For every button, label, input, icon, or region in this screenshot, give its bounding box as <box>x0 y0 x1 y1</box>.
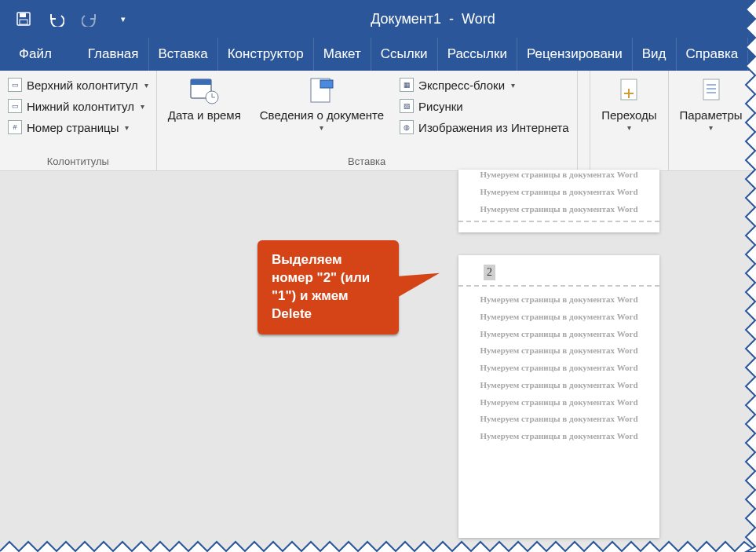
ribbon-tabs: Файл Главная Вставка Конструктор Макет С… <box>0 38 756 71</box>
ribbon: ▭ Верхний колонтитул▾ ▭ Нижний колонтиту… <box>0 71 756 171</box>
svg-rect-4 <box>191 79 211 85</box>
tab-insert[interactable]: Вставка <box>149 38 218 71</box>
chevron-down-icon: ▾ <box>627 123 631 132</box>
quick-parts-button[interactable]: ▦ Экспресс-блоки▾ <box>396 75 572 94</box>
doc-info-button[interactable]: Сведения о документе ▾ <box>254 72 390 132</box>
content-line: Нумеруем страницы в документах Word <box>458 326 659 343</box>
tab-file[interactable]: Файл <box>3 38 68 71</box>
redo-icon[interactable] <box>82 11 97 27</box>
footer-icon: ▭ <box>8 99 22 113</box>
chevron-down-icon: ▾ <box>511 81 515 90</box>
content-line: Нумеруем страницы в документах Word <box>458 360 659 377</box>
tab-layout[interactable]: Макет <box>314 38 371 71</box>
svg-rect-1 <box>20 13 26 17</box>
tab-mailings[interactable]: Рассылки <box>438 38 517 71</box>
online-pictures-button[interactable]: ◍ Изображения из Интернета <box>396 118 572 137</box>
ribbon-group-options: Параметры ▾ <box>669 71 754 170</box>
options-icon <box>696 75 727 105</box>
tab-view[interactable]: Вид <box>633 38 677 71</box>
undo-icon[interactable] <box>49 11 64 27</box>
pictures-button[interactable]: ▧ Рисунки <box>396 97 572 115</box>
tab-review[interactable]: Рецензировани <box>517 38 633 71</box>
content-line: Нумеруем страницы в документах Word <box>458 309 659 326</box>
svg-rect-2 <box>20 20 27 24</box>
content-line: Нумеруем страницы в документах Word <box>458 428 659 445</box>
torn-edge-bottom <box>0 540 756 552</box>
chevron-down-icon: ▾ <box>141 102 144 111</box>
content-line: Нумеруем страницы в документах Word <box>458 342 659 360</box>
document-info-icon <box>306 75 338 105</box>
transitions-icon <box>613 75 645 105</box>
tab-references[interactable]: Ссылки <box>371 38 438 71</box>
options-button[interactable]: Параметры ▾ <box>674 72 749 132</box>
footer-button[interactable]: ▭ Нижний колонтитул▾ <box>5 97 152 115</box>
app-name: Word <box>462 11 495 27</box>
tab-home[interactable]: Главная <box>79 38 149 71</box>
title-bar: ▾ Документ1 - Word <box>0 0 756 38</box>
doc-name: Документ1 <box>371 11 441 27</box>
content-line: Нумеруем страницы в документах Word <box>458 377 659 394</box>
torn-edge-right <box>744 0 756 552</box>
page-number-icon: # <box>8 120 22 134</box>
quick-access-toolbar: ▾ <box>16 11 126 27</box>
quick-parts-icon: ▦ <box>400 78 414 92</box>
page-number-button[interactable]: # Номер страницы▾ <box>5 118 152 137</box>
chevron-down-icon: ▾ <box>320 123 323 132</box>
ribbon-group-label: Колонтитулы <box>5 153 152 170</box>
tab-design[interactable]: Конструктор <box>218 38 314 71</box>
chevron-down-icon: ▾ <box>144 81 148 90</box>
content-line: Нумеруем страницы в документах Word <box>458 394 659 411</box>
content-line: Нумеруем страницы в документах Word <box>458 411 659 428</box>
document-area[interactable]: Нумеруем страницы в документах Word Нуме… <box>0 171 756 552</box>
annotation-arrow <box>393 270 440 300</box>
ribbon-group-label: Вставка <box>162 153 572 170</box>
content-line: Нумеруем страницы в документах Word <box>458 184 659 201</box>
online-pictures-icon: ◍ <box>400 120 414 134</box>
content-line: Нумеруем страницы в документах Word <box>458 170 659 184</box>
ribbon-group-insert: Дата и время Сведения о документе ▾ ▦ Эк… <box>157 71 578 170</box>
svg-rect-9 <box>703 79 719 100</box>
ribbon-group-transitions: Переходы ▾ <box>590 71 668 170</box>
pictures-icon: ▧ <box>400 99 414 113</box>
ribbon-group-headers: ▭ Верхний колонтитул▾ ▭ Нижний колонтиту… <box>0 71 157 170</box>
page-2: 2 Нумеруем страницы в документах Word Ну… <box>458 255 659 538</box>
save-icon[interactable] <box>16 11 31 27</box>
date-time-button[interactable]: Дата и время <box>162 72 247 122</box>
svg-rect-7 <box>320 80 333 88</box>
header-icon: ▭ <box>8 78 22 92</box>
content-line: Нумеруем страницы в документах Word <box>458 291 659 309</box>
tab-help[interactable]: Справка <box>677 38 749 71</box>
page-1: Нумеруем страницы в документах Word Нуме… <box>458 170 659 232</box>
page-number-field[interactable]: 2 <box>484 265 495 280</box>
ribbon-group-navigation <box>578 71 591 170</box>
transitions-button[interactable]: Переходы ▾ <box>595 72 663 132</box>
header-button[interactable]: ▭ Верхний колонтитул▾ <box>5 75 152 94</box>
chevron-down-icon: ▾ <box>709 123 713 132</box>
annotation-callout: Выделяем номер "2" (или "1") и жмем Dele… <box>257 240 399 334</box>
content-line: Нумеруем страницы в документах Word <box>458 201 659 218</box>
chevron-down-icon: ▾ <box>125 123 129 132</box>
calendar-clock-icon <box>188 75 220 105</box>
window-title: Документ1 - Word <box>126 11 740 27</box>
